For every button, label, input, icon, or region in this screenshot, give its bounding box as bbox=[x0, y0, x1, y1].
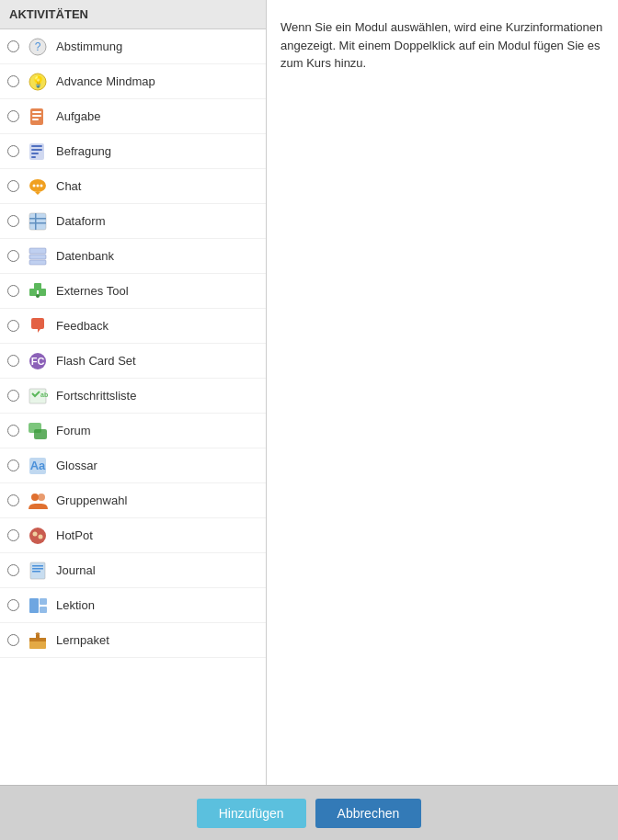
svg-point-28 bbox=[36, 294, 40, 298]
radio-gruppenwahl[interactable] bbox=[7, 494, 19, 506]
icon-befragung bbox=[27, 141, 49, 163]
list-item-flash-card-set[interactable]: FCFlash Card Set bbox=[0, 344, 266, 379]
svg-rect-44 bbox=[32, 568, 43, 570]
list-item-dataform[interactable]: Dataform bbox=[0, 204, 266, 239]
svg-point-40 bbox=[33, 531, 38, 536]
svg-rect-10 bbox=[31, 149, 42, 151]
icon-forum bbox=[27, 420, 49, 442]
label-journal: Journal bbox=[56, 563, 96, 577]
svg-point-14 bbox=[33, 184, 36, 187]
radio-flash-card-set[interactable] bbox=[7, 355, 19, 367]
label-flash-card-set: Flash Card Set bbox=[56, 354, 136, 368]
icon-hotpot bbox=[27, 525, 49, 547]
icon-journal bbox=[27, 560, 49, 582]
svg-rect-12 bbox=[31, 156, 36, 158]
icon-advance-mindmap: 💡 bbox=[27, 71, 49, 93]
radio-aufgabe[interactable] bbox=[7, 110, 19, 122]
icon-lektion bbox=[27, 595, 49, 617]
label-advance-mindmap: Advance Mindmap bbox=[56, 74, 155, 88]
list-item-feedback[interactable]: Feedback bbox=[0, 309, 266, 344]
svg-rect-20 bbox=[29, 222, 46, 224]
svg-rect-18 bbox=[29, 213, 46, 230]
list-item-lektion[interactable]: Lektion bbox=[0, 588, 266, 623]
svg-point-15 bbox=[37, 184, 40, 187]
list-item-fortschrittsliste[interactable]: abcFortschrittsliste bbox=[0, 379, 266, 414]
svg-marker-17 bbox=[35, 192, 40, 195]
label-aufgabe: Aufgabe bbox=[56, 109, 100, 123]
svg-point-16 bbox=[40, 184, 43, 187]
radio-feedback[interactable] bbox=[7, 320, 19, 332]
list-item-aufgabe[interactable]: Aufgabe bbox=[0, 99, 266, 134]
list-item-gruppenwahl[interactable]: Gruppenwahl bbox=[0, 483, 266, 518]
icon-glossar: Aa bbox=[27, 455, 49, 477]
icon-flash-card-set: FC bbox=[27, 350, 49, 372]
svg-rect-48 bbox=[40, 607, 47, 613]
list-item-datenbank[interactable]: Datenbank bbox=[0, 239, 266, 274]
list-item-advance-mindmap[interactable]: 💡Advance Mindmap bbox=[0, 64, 266, 99]
svg-rect-51 bbox=[36, 634, 40, 640]
radio-lektion[interactable] bbox=[7, 599, 19, 611]
radio-chat[interactable] bbox=[7, 180, 19, 192]
list-item-externes-tool[interactable]: Externes Tool bbox=[0, 274, 266, 309]
radio-befragung[interactable] bbox=[7, 145, 19, 157]
svg-rect-43 bbox=[32, 565, 43, 567]
radio-fortschrittsliste[interactable] bbox=[7, 390, 19, 402]
add-button[interactable]: Hinzufügen bbox=[197, 799, 306, 828]
radio-journal[interactable] bbox=[7, 564, 19, 576]
icon-aufgabe bbox=[27, 106, 49, 128]
svg-rect-45 bbox=[32, 571, 40, 573]
svg-rect-27 bbox=[34, 283, 41, 290]
info-panel: Wenn Sie ein Modul auswählen, wird eine … bbox=[267, 0, 618, 785]
list-item-befragung[interactable]: Befragung bbox=[0, 134, 266, 169]
activities-title: AKTIVITÄTEN bbox=[9, 7, 88, 21]
label-fortschrittsliste: Fortschrittsliste bbox=[56, 389, 136, 403]
radio-forum[interactable] bbox=[7, 425, 19, 437]
svg-text:?: ? bbox=[35, 40, 41, 53]
radio-lernpaket[interactable] bbox=[7, 634, 19, 646]
label-lernpaket: Lernpaket bbox=[56, 633, 109, 647]
svg-point-39 bbox=[29, 528, 46, 544]
list-item-journal[interactable]: Journal bbox=[0, 553, 266, 588]
list-item-glossar[interactable]: AaGlossar bbox=[0, 448, 266, 483]
label-gruppenwahl: Gruppenwahl bbox=[56, 494, 127, 507]
label-dataform: Dataform bbox=[56, 214, 105, 228]
radio-hotpot[interactable] bbox=[7, 529, 19, 541]
label-lektion: Lektion bbox=[56, 598, 95, 612]
svg-rect-47 bbox=[40, 598, 47, 605]
svg-text:FC: FC bbox=[31, 356, 45, 367]
list-item-abstimmung[interactable]: ?Abstimmung bbox=[0, 29, 266, 64]
icon-chat bbox=[27, 176, 49, 198]
svg-rect-9 bbox=[31, 145, 42, 147]
svg-text:Aa: Aa bbox=[30, 459, 46, 472]
info-text: Wenn Sie ein Modul auswählen, wird eine … bbox=[280, 18, 604, 73]
svg-point-38 bbox=[38, 494, 45, 501]
radio-externes-tool[interactable] bbox=[7, 285, 19, 297]
list-item-hotpot[interactable]: HotPot bbox=[0, 518, 266, 553]
cancel-button[interactable]: Abbrechen bbox=[315, 799, 422, 828]
activities-list[interactable]: ?Abstimmung💡Advance MindmapAufgabeBefrag… bbox=[0, 29, 266, 785]
svg-rect-7 bbox=[32, 119, 39, 120]
svg-rect-6 bbox=[32, 115, 41, 117]
radio-abstimmung[interactable] bbox=[7, 40, 19, 52]
label-abstimmung: Abstimmung bbox=[56, 40, 122, 53]
activities-header: AKTIVITÄTEN bbox=[0, 0, 266, 29]
svg-text:💡: 💡 bbox=[31, 74, 45, 88]
radio-datenbank[interactable] bbox=[7, 250, 19, 262]
label-forum: Forum bbox=[56, 424, 91, 437]
label-externes-tool: Externes Tool bbox=[56, 284, 129, 298]
radio-glossar[interactable] bbox=[7, 460, 19, 471]
list-item-lernpaket[interactable]: Lernpaket bbox=[0, 623, 266, 658]
list-item-chat[interactable]: Chat bbox=[0, 169, 266, 204]
label-chat: Chat bbox=[56, 179, 81, 193]
radio-dataform[interactable] bbox=[7, 215, 19, 227]
svg-rect-19 bbox=[29, 218, 46, 220]
list-item-forum[interactable]: Forum bbox=[0, 414, 266, 448]
radio-advance-mindmap[interactable] bbox=[7, 75, 19, 87]
svg-text:abc: abc bbox=[40, 392, 48, 398]
icon-abstimmung: ? bbox=[27, 36, 49, 58]
icon-externes-tool bbox=[27, 280, 49, 302]
icon-feedback bbox=[27, 315, 49, 337]
icon-dataform bbox=[27, 210, 49, 233]
svg-rect-5 bbox=[32, 111, 41, 113]
icon-gruppenwahl bbox=[27, 490, 49, 512]
